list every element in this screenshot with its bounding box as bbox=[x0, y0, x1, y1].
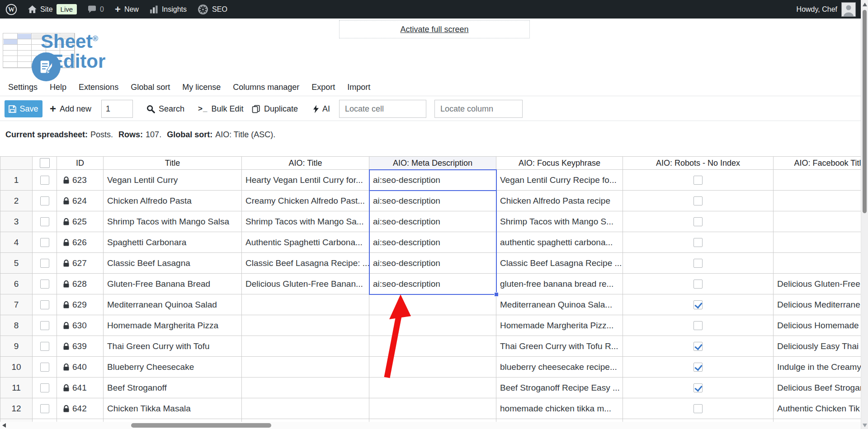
row-number[interactable]: 6 bbox=[0, 274, 33, 294]
new-menu[interactable]: + New bbox=[115, 5, 139, 14]
id-cell[interactable]: 623 bbox=[57, 170, 104, 191]
title-cell[interactable]: Gluten-Free Banana Bread bbox=[104, 274, 242, 294]
account-menu[interactable]: Howdy, Chef bbox=[797, 3, 868, 16]
fill-handle[interactable] bbox=[494, 292, 499, 297]
facebook-title-cell[interactable]: Delicious Gluten-Free bbox=[774, 274, 861, 294]
id-cell[interactable]: 642 bbox=[57, 398, 104, 419]
facebook-title-cell[interactable] bbox=[774, 253, 861, 274]
meta-description-cell[interactable]: ai:seo-description bbox=[369, 274, 496, 294]
row-number[interactable]: 7 bbox=[0, 294, 33, 315]
meta-description-cell[interactable] bbox=[369, 315, 496, 336]
search-button[interactable]: Search bbox=[146, 96, 184, 121]
no-index-checkbox[interactable] bbox=[693, 238, 703, 247]
duplicate-button[interactable]: Duplicate bbox=[252, 96, 298, 121]
row-number[interactable]: 11 bbox=[0, 378, 33, 398]
row-number[interactable]: 3 bbox=[0, 211, 33, 232]
row-number[interactable]: 10 bbox=[0, 357, 33, 378]
column-header-4[interactable]: AIO: Title bbox=[242, 156, 369, 170]
meta-description-cell[interactable] bbox=[369, 378, 496, 398]
focus-keyphrase-cell[interactable]: blueberry cheesecake recipe... bbox=[496, 357, 623, 378]
facebook-title-cell[interactable] bbox=[774, 170, 861, 191]
aio-title-cell[interactable] bbox=[242, 336, 369, 357]
row-checkbox[interactable] bbox=[40, 217, 49, 226]
no-index-checkbox[interactable] bbox=[693, 176, 703, 185]
focus-keyphrase-cell[interactable]: Homemade Margherita Pizz... bbox=[496, 315, 623, 336]
locate-cell-input[interactable] bbox=[339, 100, 426, 118]
row-number[interactable]: 1 bbox=[0, 170, 33, 191]
focus-keyphrase-cell[interactable]: Vegan Lentil Curry Recipe fo... bbox=[496, 170, 623, 191]
focus-keyphrase-cell[interactable]: gluten-free banana bread re... bbox=[496, 274, 623, 294]
row-number[interactable]: 8 bbox=[0, 315, 33, 336]
aio-title-cell[interactable]: Delicious Gluten-Free Banan... bbox=[242, 274, 369, 294]
horizontal-scrollbar-thumb[interactable] bbox=[131, 423, 271, 428]
meta-description-cell[interactable]: ai:seo-description bbox=[369, 191, 496, 211]
title-cell[interactable]: Blueberry Cheesecake bbox=[104, 357, 242, 378]
row-checkbox[interactable] bbox=[40, 342, 49, 351]
aio-title-cell[interactable] bbox=[242, 357, 369, 378]
focus-keyphrase-cell[interactable]: authentic spaghetti carbona... bbox=[496, 232, 623, 253]
facebook-title-cell[interactable] bbox=[774, 232, 861, 253]
seo-menu[interactable]: SEO bbox=[198, 4, 227, 15]
menu-item-import[interactable]: Import bbox=[347, 83, 370, 92]
no-index-checkbox[interactable] bbox=[693, 342, 703, 351]
no-index-checkbox[interactable] bbox=[693, 300, 703, 309]
menu-item-settings[interactable]: Settings bbox=[8, 83, 38, 92]
scroll-left-arrow-icon[interactable] bbox=[2, 423, 6, 428]
id-cell[interactable]: 630 bbox=[57, 315, 104, 336]
insights-menu[interactable]: Insights bbox=[150, 5, 187, 14]
add-new-button[interactable]: + Add new bbox=[50, 96, 91, 121]
horizontal-scrollbar[interactable] bbox=[0, 422, 861, 429]
scroll-up-arrow-icon[interactable] bbox=[863, 3, 867, 6]
menu-item-help[interactable]: Help bbox=[50, 83, 66, 92]
select-all-checkbox[interactable] bbox=[40, 158, 50, 168]
id-cell[interactable]: 627 bbox=[57, 253, 104, 274]
title-cell[interactable]: Spaghetti Carbonara bbox=[104, 232, 242, 253]
no-index-checkbox[interactable] bbox=[693, 280, 703, 289]
row-checkbox[interactable] bbox=[40, 363, 49, 372]
title-cell[interactable]: Mediterranean Quinoa Salad bbox=[104, 294, 242, 315]
scroll-down-arrow-icon[interactable] bbox=[863, 424, 867, 427]
no-index-checkbox[interactable] bbox=[693, 363, 703, 372]
no-index-checkbox[interactable] bbox=[693, 196, 703, 205]
aio-title-cell[interactable]: Authentic Spaghetti Carbona... bbox=[242, 232, 369, 253]
menu-item-my-license[interactable]: My license bbox=[182, 83, 221, 92]
row-number[interactable]: 2 bbox=[0, 191, 33, 211]
focus-keyphrase-cell[interactable]: homemade chicken tikka m... bbox=[496, 398, 623, 419]
column-header-8[interactable]: AIO: Facebook Title bbox=[774, 156, 861, 170]
bulk-edit-button[interactable]: >_ Bulk Edit bbox=[198, 96, 243, 121]
meta-description-cell[interactable] bbox=[369, 336, 496, 357]
no-index-checkbox[interactable] bbox=[693, 321, 703, 330]
id-cell[interactable]: 629 bbox=[57, 294, 104, 315]
menu-item-extensions[interactable]: Extensions bbox=[79, 83, 118, 92]
column-header-2[interactable]: ID bbox=[57, 156, 104, 170]
column-header-7[interactable]: AIO: Robots - No Index bbox=[623, 156, 774, 170]
column-header-3[interactable]: Title bbox=[104, 156, 242, 170]
save-button[interactable]: Save bbox=[5, 100, 42, 117]
facebook-title-cell[interactable]: Authentic Chicken Tik bbox=[774, 398, 861, 419]
focus-keyphrase-cell[interactable]: Classic Beef Lasagna Recipe ... bbox=[496, 253, 623, 274]
ai-button[interactable]: AI bbox=[313, 96, 330, 121]
comments-menu[interactable]: 0 bbox=[88, 5, 104, 14]
facebook-title-cell[interactable]: Delicious Beef Strogan bbox=[774, 378, 861, 398]
focus-keyphrase-cell[interactable]: Beef Stroganoff Recipe Easy ... bbox=[496, 378, 623, 398]
aio-title-cell[interactable]: Hearty Vegan Lentil Curry for... bbox=[242, 170, 369, 191]
facebook-title-cell[interactable]: Delicious Homemade bbox=[774, 315, 861, 336]
aio-title-cell[interactable]: Classic Beef Lasagna Recipe: ... bbox=[242, 253, 369, 274]
row-checkbox[interactable] bbox=[40, 280, 49, 289]
id-cell[interactable]: 641 bbox=[57, 378, 104, 398]
row-checkbox[interactable] bbox=[40, 321, 49, 330]
row-checkbox[interactable] bbox=[40, 404, 49, 413]
facebook-title-cell[interactable] bbox=[774, 211, 861, 232]
id-cell[interactable]: 640 bbox=[57, 357, 104, 378]
facebook-title-cell[interactable]: Indulge in the Creamy bbox=[774, 357, 861, 378]
vertical-scrollbar-thumb[interactable] bbox=[863, 10, 867, 213]
column-header-5[interactable]: AIO: Meta Description bbox=[369, 156, 496, 170]
facebook-title-cell[interactable]: Delicious Mediterrane bbox=[774, 294, 861, 315]
row-checkbox[interactable] bbox=[40, 259, 49, 268]
aio-title-cell[interactable] bbox=[242, 294, 369, 315]
column-header-6[interactable]: AIO: Focus Keyphrase bbox=[496, 156, 623, 170]
menu-item-global-sort[interactable]: Global sort bbox=[131, 83, 170, 92]
row-number[interactable]: 4 bbox=[0, 232, 33, 253]
id-cell[interactable]: 639 bbox=[57, 336, 104, 357]
no-index-checkbox[interactable] bbox=[693, 383, 703, 392]
